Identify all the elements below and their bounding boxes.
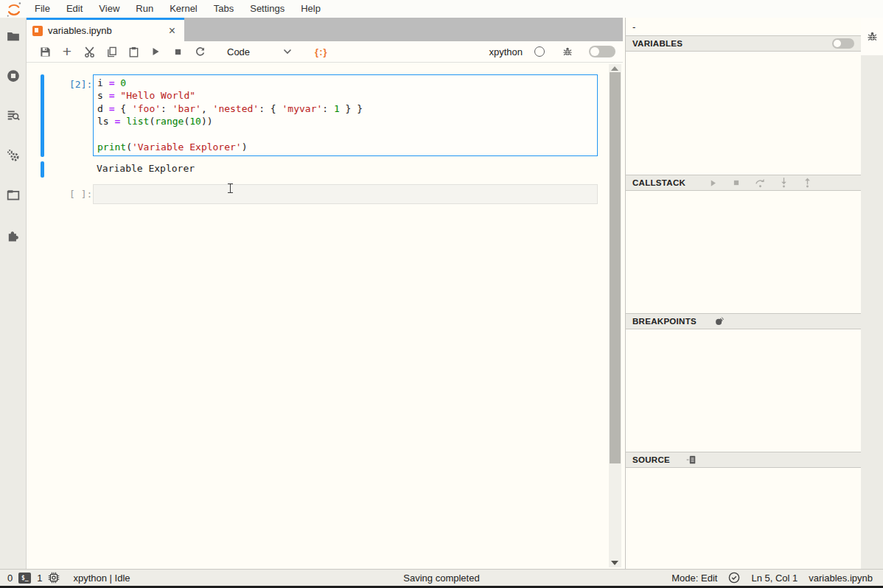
scroll-up-arrow-icon[interactable] — [611, 66, 618, 71]
menu-view[interactable]: View — [91, 0, 128, 18]
source-section-header[interactable]: SOURCE — [626, 452, 861, 468]
source-body — [626, 468, 861, 569]
property-inspector-icon[interactable] — [7, 149, 20, 162]
tab-variables-ipynb[interactable]: variables.ipynb × — [27, 18, 184, 41]
jupyter-logo-icon — [6, 1, 22, 18]
terminals-count: 0 — [7, 573, 13, 584]
paste-cells-button[interactable] — [122, 43, 144, 60]
menu-bar: File Edit View Run Kernel Tabs Settings … — [0, 0, 883, 18]
json-braces-icon: {:} — [315, 46, 327, 57]
callstack-section-header[interactable]: CALLSTACK — [626, 175, 861, 191]
copy-cells-button[interactable] — [100, 43, 122, 60]
variables-section-header[interactable]: VARIABLES — [626, 35, 861, 52]
variables-title: VARIABLES — [632, 39, 683, 48]
step-over-button[interactable] — [753, 177, 767, 189]
status-bar: 0 $_ 1 xpython | Idle Saving completed M… — [0, 569, 883, 586]
close-all-breakpoints-icon[interactable] — [713, 315, 726, 327]
mode-indicator: Mode: Edit — [671, 573, 717, 584]
insert-cell-button[interactable]: + — [56, 43, 78, 60]
main-dock: variables.ipynb × + — [27, 18, 623, 569]
code-line: s = "Hello World" — [97, 90, 597, 102]
extension-manager-icon[interactable] — [7, 228, 20, 242]
cut-cells-button[interactable] — [78, 43, 100, 60]
variables-body — [626, 52, 861, 175]
tab-close-icon[interactable]: × — [166, 25, 178, 37]
code-line: d = { 'foo': 'bar', 'nested': { 'myvar':… — [97, 103, 597, 116]
notebook-toolbar: + Code {:} xpy — [27, 41, 623, 63]
debugger-tab[interactable] — [861, 18, 883, 55]
kernels-count: 1 — [37, 573, 42, 584]
menu-tabs[interactable]: Tabs — [206, 0, 242, 18]
notebook-icon — [32, 26, 43, 36]
continue-button[interactable] — [706, 177, 719, 189]
trust-shield-icon — [728, 572, 740, 584]
kernel-chip-icon — [48, 572, 60, 584]
menu-file[interactable]: File — [27, 0, 58, 18]
open-source-icon[interactable] — [685, 454, 698, 466]
notebook-content: [2]: i = 0 s = "Hello World" d = { 'foo'… — [27, 63, 623, 569]
left-sidebar — [0, 18, 27, 569]
input-prompt: [2]: — [69, 79, 92, 90]
running-kernels-icon[interactable] — [7, 69, 20, 83]
cell-output: Variable Explorer — [97, 163, 195, 174]
step-in-button[interactable] — [777, 177, 790, 189]
tab-bar: variables.ipynb × — [27, 18, 623, 41]
step-out-button[interactable] — [800, 177, 814, 189]
code-line: i = 0 — [97, 77, 597, 90]
toolbar-toggle-switch[interactable] — [589, 46, 615, 57]
kernel-status-icon[interactable] — [534, 46, 545, 57]
code-cell-editor[interactable]: i = 0 s = "Hello World" d = { 'foo': 'ba… — [93, 74, 598, 156]
text-cursor-pointer — [227, 183, 234, 194]
bug-icon[interactable] — [556, 43, 579, 60]
breakpoints-section-header[interactable]: BREAKPOINTS — [626, 313, 861, 329]
chevron-down-icon[interactable] — [276, 43, 299, 60]
tab-title: variables.ipynb — [48, 25, 166, 36]
debugger-source-path: - — [626, 18, 861, 35]
scroll-down-arrow-icon[interactable] — [611, 561, 618, 565]
source-title: SOURCE — [632, 455, 670, 464]
cell-collapser[interactable] — [41, 74, 44, 157]
debugger-bug-icon — [867, 31, 878, 42]
menu-help[interactable]: Help — [293, 0, 329, 18]
cell-type-select[interactable]: Code — [227, 46, 250, 57]
debugger-panel: - VARIABLES CALLSTACK — [625, 18, 861, 569]
line-col-indicator[interactable]: Ln 5, Col 1 — [751, 573, 798, 584]
open-tabs-icon[interactable] — [7, 189, 20, 202]
callstack-title: CALLSTACK — [632, 178, 685, 187]
code-line: ls = list(range(10)) — [97, 116, 597, 128]
jupyterlab-window: File Edit View Run Kernel Tabs Settings … — [0, 0, 883, 588]
notebook-scrollbar[interactable] — [609, 64, 621, 567]
active-filename: variables.ipynb — [809, 573, 873, 584]
breakpoints-body — [626, 329, 861, 452]
variables-view-toggle[interactable] — [832, 38, 854, 49]
restart-kernel-button[interactable] — [189, 43, 211, 60]
interrupt-kernel-button[interactable] — [167, 43, 189, 60]
save-button[interactable] — [34, 43, 56, 60]
empty-cell-editor[interactable] — [93, 184, 598, 204]
run-cell-button[interactable] — [144, 43, 167, 60]
menu-settings[interactable]: Settings — [242, 0, 293, 18]
menu-kernel[interactable]: Kernel — [161, 0, 206, 18]
empty-input-prompt: [ ]: — [69, 189, 92, 200]
terminate-button[interactable] — [730, 177, 743, 189]
file-browser-icon[interactable] — [7, 29, 20, 43]
code-line: print('Variable Explorer') — [97, 141, 597, 154]
kernel-name-label[interactable]: xpython — [489, 46, 523, 57]
right-sidebar — [861, 18, 883, 569]
code-line — [97, 129, 597, 141]
breakpoints-title: BREAKPOINTS — [632, 317, 697, 326]
menu-run[interactable]: Run — [128, 0, 161, 18]
scrollbar-thumb[interactable] — [610, 72, 621, 463]
terminal-icon: $_ — [18, 573, 31, 584]
callstack-body — [626, 191, 861, 313]
kernel-status-label[interactable]: xpython | Idle — [73, 573, 130, 584]
output-collapser[interactable] — [41, 161, 44, 178]
menu-edit[interactable]: Edit — [58, 0, 91, 18]
table-of-contents-icon[interactable] — [7, 109, 20, 122]
